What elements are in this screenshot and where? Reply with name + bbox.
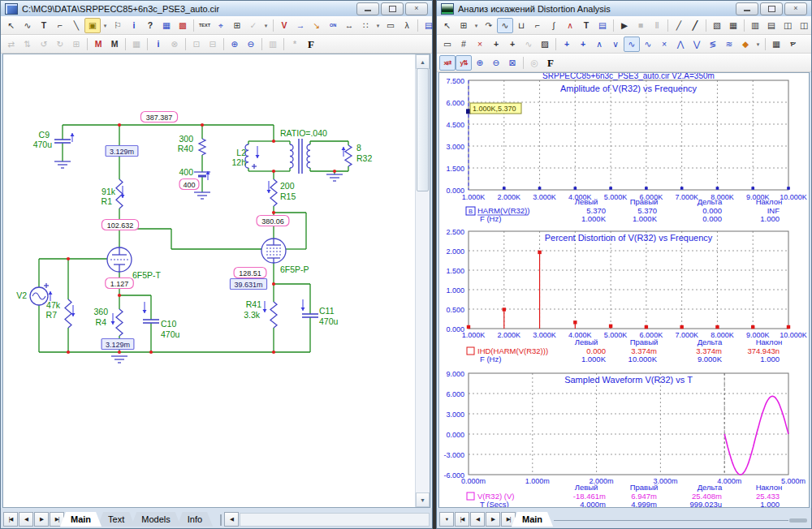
prev-page-icon[interactable]: ◀ [19, 512, 33, 527]
panel-grid-left-icon[interactable]: ◫ [780, 18, 796, 33]
flag-mode-icon[interactable]: ⚐ [110, 18, 126, 33]
go-left-icon[interactable]: + [559, 37, 575, 52]
border-toggle-icon[interactable]: ▭ [382, 18, 399, 33]
inflection-icon[interactable]: × [656, 37, 672, 52]
schematic-titlebar[interactable]: C:\MC9\DATA\SRPPECC85+6n3c_PSE3_auto.cir… [1, 1, 432, 16]
node-numbers-toggle-icon[interactable]: ⌖ [213, 18, 229, 33]
line-mode-icon[interactable]: ╲ [68, 18, 84, 33]
tag-values-icon[interactable]: ∫ [546, 18, 562, 33]
schematic-vertical-scrollbar[interactable]: ▲ ▼ [415, 54, 430, 507]
plots[interactable]: 7.5006.0004.5003.0001.5000.0001.000K2.00… [439, 73, 810, 508]
restore-button[interactable] [760, 2, 783, 15]
next-page-icon[interactable]: ▶ [34, 512, 49, 527]
page-dropdown-icon[interactable]: ▾ [439, 512, 454, 527]
axes-mode-icon[interactable]: ⌐ [529, 18, 546, 33]
next-page-icon[interactable]: ▶ [486, 512, 500, 527]
schematic-tab-models[interactable]: Models [131, 512, 180, 527]
horizontal-scrollbar[interactable] [240, 513, 430, 527]
currents-toggle-icon[interactable]: → [292, 18, 309, 33]
schematic-tab-text[interactable]: Text [97, 512, 135, 527]
tag-icon[interactable]: ◆ [737, 37, 754, 52]
analysis-tab-main[interactable]: Main [512, 512, 553, 527]
panel-vertical-icon[interactable]: ▥ [747, 18, 763, 33]
normalize-grid-icon[interactable]: ▦ [768, 37, 784, 52]
tag-peaks-icon[interactable]: ∧ [562, 18, 578, 33]
y-scale-icon[interactable]: y⇅ [456, 55, 472, 71]
close-button[interactable]: × [405, 2, 428, 15]
schematic-tab-info[interactable]: Info [177, 512, 213, 527]
data-grid-icon[interactable]: ▦ [725, 18, 741, 33]
hscroll-left-icon[interactable]: ◀ [224, 512, 239, 527]
power-toggle-icon[interactable]: ↘ [309, 18, 325, 33]
title-block-toggle-icon[interactable]: λ [399, 18, 415, 33]
grid-toggle-icon[interactable]: ∷ [357, 18, 374, 33]
text-mode-icon[interactable]: T [36, 18, 52, 33]
component-dropdown-icon[interactable]: ▾ [101, 18, 110, 33]
minimize-button[interactable] [736, 2, 758, 15]
component-mode-icon[interactable]: ▣ [84, 18, 101, 33]
x-scale-icon[interactable]: x⇄ [439, 55, 456, 71]
zoom-in-icon[interactable]: ⊕ [227, 37, 243, 52]
text-mode-icon[interactable]: T [578, 18, 594, 33]
single-panel-icon[interactable]: ▭ [439, 37, 456, 52]
region-box-icon[interactable]: ⊔ [513, 18, 529, 33]
slope-bold-icon[interactable]: ╱ [687, 18, 703, 33]
find-part-icon[interactable]: M [90, 37, 106, 52]
info-window-icon[interactable]: i [150, 37, 166, 52]
low-icon[interactable]: ∿ [640, 37, 656, 52]
cursor-right-icon[interactable]: + [504, 37, 520, 52]
function-text-icon[interactable]: F [542, 55, 559, 71]
scroll-up-icon[interactable]: ▲ [416, 54, 430, 69]
close-button[interactable]: × [784, 2, 807, 15]
run-icon[interactable]: ▶ [616, 18, 633, 33]
select-region-icon[interactable]: ▧ [709, 18, 725, 33]
panel-grid-right-icon[interactable]: ◫ [796, 18, 812, 33]
slope-thin-icon[interactable]: ╱ [671, 18, 687, 33]
color-mode-icon[interactable]: ▩ [175, 18, 191, 33]
go-right-icon[interactable]: + [575, 37, 591, 52]
text-display-toggle-icon[interactable]: TEXT [197, 18, 213, 33]
pin-connections-toggle-icon[interactable]: ↔ [341, 18, 357, 33]
function-text-icon[interactable]: F [303, 37, 319, 52]
info-mode-icon[interactable]: i [126, 18, 142, 33]
next-simulation-icon[interactable]: ≋ [721, 37, 737, 52]
picture-mode-icon[interactable]: ▦ [158, 18, 175, 33]
zoom-in-icon[interactable]: ⊕ [472, 55, 488, 71]
global-low-icon[interactable]: ⋁ [689, 37, 705, 52]
select-curve-icon[interactable]: ↷ [481, 18, 497, 33]
scroll-thumb[interactable] [417, 68, 429, 191]
node-voltages-toggle-icon[interactable]: V [276, 18, 292, 33]
first-page-icon[interactable]: |◀ [455, 512, 469, 527]
graph-objects-dropdown-icon[interactable]: ▾ [472, 18, 481, 33]
ortho-wire-mode-icon[interactable]: ⌐ [52, 18, 68, 33]
wire-mode-icon[interactable]: ∿ [19, 18, 36, 33]
plot-panel[interactable]: 7.5006.0004.5003.0001.5000.0001.000K2.00… [438, 72, 810, 508]
scope-mode-icon[interactable]: ∿ [497, 18, 513, 33]
panel-horizontal-icon[interactable]: ▤ [763, 18, 780, 33]
properties-icon[interactable]: ▤ [421, 18, 437, 33]
cursor-left-icon[interactable]: + [488, 37, 504, 52]
horizontal-scroll-thumb[interactable] [789, 518, 807, 523]
tag-dropdown-icon[interactable]: ▾ [754, 37, 762, 52]
restore-button[interactable] [381, 2, 404, 15]
black-white-icon[interactable]: ▨ [537, 37, 553, 52]
cursor-mode-icon[interactable]: # [456, 37, 472, 52]
find-icon[interactable]: M [106, 37, 123, 52]
properties-icon[interactable]: ▤ [594, 18, 611, 33]
graph-objects-icon[interactable]: ⊞ [456, 18, 472, 33]
bottom-top-icon[interactable]: ≶ [705, 37, 721, 52]
conditions-toggle-icon[interactable]: ON [325, 18, 341, 33]
p-key-icon[interactable]: 'P' [784, 37, 801, 52]
select-arrow-icon[interactable]: ↖ [3, 18, 19, 33]
zoom-out-icon[interactable]: ⊖ [243, 37, 259, 52]
minimize-button[interactable] [356, 2, 379, 15]
first-page-icon[interactable]: |◀ [3, 512, 18, 527]
high-icon[interactable]: ∿ [624, 37, 640, 52]
schematic-tab-main[interactable]: Main [60, 512, 102, 527]
global-high-icon[interactable]: ⋀ [672, 37, 689, 52]
prev-page-icon[interactable]: ◀ [470, 512, 485, 527]
measure-x-icon[interactable]: × [472, 37, 488, 52]
analysis-titlebar[interactable]: Анализ искажений Distortion Analysis × [437, 1, 811, 16]
grid-dropdown-icon[interactable]: ▾ [374, 18, 382, 33]
part-values-toggle-icon[interactable]: ⊞ [229, 18, 245, 33]
